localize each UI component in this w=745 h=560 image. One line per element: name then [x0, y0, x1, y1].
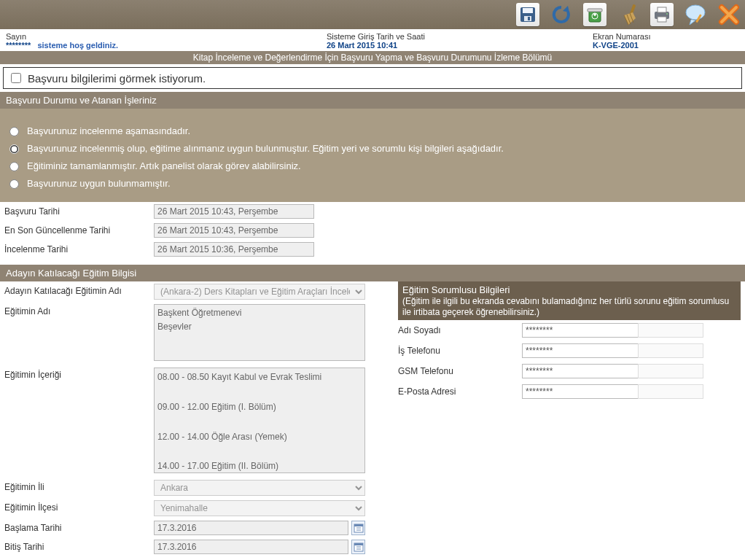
svg-rect-9: [658, 7, 666, 12]
svg-rect-10: [658, 17, 666, 22]
print-icon[interactable]: [650, 3, 674, 26]
sayin-value: ********: [6, 41, 31, 50]
training-section-header: Adayın Katılacağı Eğitim Bilgisi: [0, 265, 745, 281]
svg-rect-19: [354, 543, 363, 545]
screen-number-label: Ekran Numarası: [593, 32, 739, 41]
top-info-bar: Sayın ******** sisteme hoş geldiniz. Sis…: [0, 29, 745, 51]
resp-ad-field: [522, 323, 639, 338]
enson-label: En Son Güncellenme Tarihi: [4, 223, 154, 236]
incelenme-label: İncelenme Tarihi: [4, 242, 154, 254]
chat-icon[interactable]: [684, 3, 707, 26]
svg-point-12: [686, 5, 705, 20]
svg-rect-5: [588, 9, 602, 12]
resp-ad-label: Adı Soyadı: [398, 325, 522, 335]
resp-istel-label: İş Telefonu: [398, 346, 522, 356]
resp-email-field: [522, 384, 639, 399]
status-radio-3[interactable]: [9, 179, 19, 189]
save-icon[interactable]: [516, 3, 539, 26]
il-label: Eğitimin İli: [4, 480, 154, 492]
baslama-field: [154, 521, 348, 535]
toolbar: [0, 0, 745, 29]
refresh-icon[interactable]: [550, 3, 573, 26]
screen-number-value: K-VGE-2001: [593, 41, 739, 50]
egitim-icerik-label: Eğitimin İçeriği: [4, 368, 154, 380]
view-application-checkbox[interactable]: [11, 73, 21, 83]
status-radio-0[interactable]: [9, 127, 19, 136]
resp-gsm-field: [522, 364, 639, 378]
egitim-name-label: Eğitimin Adı: [4, 304, 154, 316]
ilce-label: Eğitimin İlçesi: [4, 500, 154, 513]
view-application-label: Başvuru bilgilerimi görmek istiyorum.: [28, 72, 206, 85]
recycle-icon[interactable]: [583, 3, 606, 26]
svg-point-11: [666, 13, 668, 15]
bitis-field: [154, 540, 348, 554]
responsible-subtitle: (Eğitim ile ilgili bu ekranda cevabını b…: [402, 296, 729, 317]
view-application-checkbox-row: Başvuru bilgilerimi görmek istiyorum.: [3, 67, 742, 89]
enson-field: [154, 223, 314, 238]
calendar-icon[interactable]: [351, 540, 365, 554]
egitim-name-textarea: Başkent Öğretmenevi Beşevler: [154, 304, 365, 361]
ilce-select[interactable]: Yenimahalle: [154, 500, 365, 516]
svg-rect-15: [354, 524, 363, 526]
status-options: Başvurunuz incelenme aşamasındadır. Başv…: [0, 109, 745, 202]
status-option-1: Başvurunuz incelenmiş olup, eğitime alın…: [27, 143, 504, 154]
status-radio-2[interactable]: [9, 162, 19, 171]
svg-rect-1: [523, 8, 533, 13]
status-section-header: Başvuru Durumu ve Atanan İşleriniz: [0, 92, 745, 109]
login-time-label: Sisteme Giriş Tarih ve Saati: [327, 32, 593, 41]
status-option-3: Başvurunuz uygun bulunmamıştır.: [27, 178, 171, 189]
welcome-text: sisteme hoş geldiniz.: [37, 41, 118, 50]
svg-rect-4: [589, 11, 601, 22]
calendar-icon[interactable]: [351, 521, 365, 535]
egitim-icerik-textarea: 08.00 - 08.50 Kayıt Kabul ve Evrak Tesli…: [154, 368, 365, 473]
sayin-label: Sayın: [6, 32, 327, 41]
baslama-label: Başlama Tarihi: [4, 521, 154, 533]
resp-istel-field: [522, 343, 639, 358]
broom-icon[interactable]: [617, 3, 640, 26]
bitis-label: Bitiş Tarihi: [4, 540, 154, 552]
page-title: Kitap İnceleme ve Değerlendirme İçin Baş…: [0, 51, 745, 64]
close-icon[interactable]: [717, 3, 741, 26]
incelenme-field: [154, 242, 314, 257]
status-option-0: Başvurunuz incelenme aşamasındadır.: [27, 125, 190, 136]
il-select[interactable]: Ankara: [154, 480, 365, 496]
status-radio-1[interactable]: [9, 144, 19, 154]
svg-rect-3: [528, 17, 530, 20]
login-time-value: 26 Mart 2015 10:41: [327, 41, 593, 50]
resp-email-label: E-Posta Adresi: [398, 386, 522, 397]
status-option-2: Eğitiminiz tamamlanmıştır. Artık panelis…: [27, 160, 301, 171]
egitim-adi-select[interactable]: (Ankara-2) Ders Kitapları ve Eğitim Araç…: [154, 284, 365, 300]
basvuru-tarihi-field: [154, 204, 314, 219]
responsible-title: Eğitim Sorumlusu Bilgileri: [402, 284, 510, 295]
responsible-header: Eğitim Sorumlusu Bilgileri (Eğitim ile i…: [398, 281, 741, 320]
egitim-adi-label: Adayın Katılacağı Eğitimin Adı: [4, 284, 154, 296]
resp-gsm-label: GSM Telefonu: [398, 366, 522, 376]
basvuru-tarihi-label: Başvuru Tarihi: [4, 204, 154, 217]
